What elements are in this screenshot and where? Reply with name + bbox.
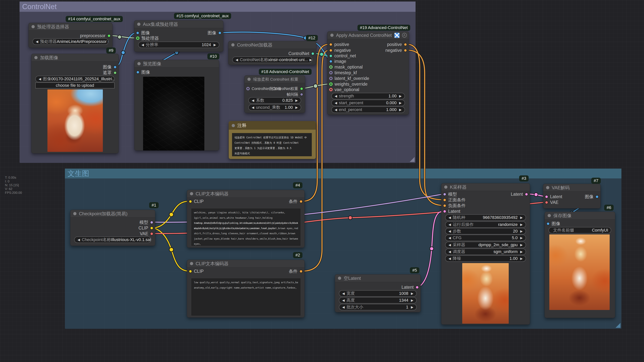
node-header[interactable]: 预览图像 xyxy=(134,60,219,68)
widget-batch-size[interactable]: ◀ 批次大小 1 ▶ xyxy=(339,304,417,310)
widget-controlnet-name[interactable]: ◀ ControlNet名称 xinsir-controlnet-uni... … xyxy=(232,57,312,63)
output-conditioning[interactable]: 条件 xyxy=(289,268,303,274)
port-ring-icon[interactable] xyxy=(329,88,333,91)
widget-strength[interactable]: ◀ strength 1.00 ▶ xyxy=(331,93,405,99)
output-negative[interactable]: negative xyxy=(386,48,407,53)
port-dot-icon[interactable] xyxy=(546,222,550,225)
output-vae[interactable]: VAE xyxy=(140,231,153,236)
widget-resolution[interactable]: ◀ 分辨率 1024 ▶ xyxy=(138,42,219,48)
node-soft-controlnet-weights[interactable]: 缩放柔和 ControlNet 权重 ControlNet附加组 Control… xyxy=(244,75,305,113)
input-negative[interactable]: negative xyxy=(329,48,351,53)
input-clip[interactable]: CLIP xyxy=(189,199,204,204)
node-header[interactable]: Checkpoint加载器(简易) xyxy=(70,210,155,218)
collapse-dot-icon[interactable] xyxy=(548,214,551,217)
arrow-right-icon[interactable]: ▶ xyxy=(410,291,415,295)
arrow-left-icon[interactable]: ◀ xyxy=(76,238,82,242)
input-control-net[interactable]: control_net xyxy=(329,53,356,59)
positive-prompt-text[interactable]: welchino, yanyo \(ogino atsuki\), kita \… xyxy=(192,209,300,246)
collapse-dot-icon[interactable] xyxy=(190,262,193,265)
port-ring-icon[interactable] xyxy=(329,82,333,86)
node-header[interactable]: 缩放柔和 ControlNet 权重 xyxy=(244,76,305,83)
output-weights[interactable]: ControlNet权重 xyxy=(272,86,303,92)
node-save-image[interactable]: 保存图像 图像 文件名前缀 ComfyUI xyxy=(544,212,615,318)
port-ring-icon[interactable] xyxy=(329,71,333,74)
arrow-right-icon[interactable]: ▶ xyxy=(519,236,524,240)
arrow-left-icon[interactable]: ◀ xyxy=(447,250,452,254)
node-empty-latent[interactable]: 空Latent Latent ◀ 宽度 1008 ▶ ◀ 高度 1344 ▶ ◀… xyxy=(335,274,421,312)
port-dot-icon[interactable] xyxy=(525,193,528,196)
arrow-right-icon[interactable]: ▶ xyxy=(519,257,524,261)
port-ring-icon[interactable] xyxy=(329,77,333,80)
node-preprocessor-selector[interactable]: 预处理器选择器 preprocessor ◀ 预处理器 AnimeLineArt… xyxy=(28,23,112,48)
port-dot-icon[interactable] xyxy=(150,226,153,230)
port-dot-icon[interactable] xyxy=(150,232,153,235)
port-dot-icon[interactable] xyxy=(136,31,139,35)
arrow-right-icon[interactable]: ▶ xyxy=(519,229,524,233)
collapse-dot-icon[interactable] xyxy=(330,34,334,37)
port-dot-icon[interactable] xyxy=(329,43,332,46)
arrow-right-icon[interactable]: ▶ xyxy=(519,250,524,254)
arrow-right-icon[interactable]: ▶ xyxy=(410,305,415,309)
widget-denoise[interactable]: ◀ 降噪 1.00 ▶ xyxy=(445,255,526,262)
port-dot-icon[interactable] xyxy=(114,71,117,74)
input-weights-override[interactable]: weights_override xyxy=(329,81,368,87)
input-image[interactable]: 图像 xyxy=(136,69,150,75)
port-dot-icon[interactable] xyxy=(300,200,303,203)
arrow-left-icon[interactable]: ◀ xyxy=(37,77,42,81)
node-clip-encode-negative[interactable]: CLIP文本编码器 CLIP 条件 low quality,worst qual… xyxy=(187,260,304,317)
port-dot-icon[interactable] xyxy=(136,71,140,74)
arrow-right-icon[interactable]: ▶ xyxy=(107,40,108,44)
arrow-left-icon[interactable]: ◀ xyxy=(333,94,338,98)
node-header[interactable]: ControlNet加载器 xyxy=(228,41,316,49)
output-conditioning[interactable]: 条件 xyxy=(289,199,303,204)
output-clip[interactable]: CLIP xyxy=(138,225,153,231)
node-preview-image[interactable]: 预览图像 图像 xyxy=(134,60,219,151)
widget-control-after-generate[interactable]: ◀ 运行后操作 randomize ▶ xyxy=(445,221,526,228)
port-dot-icon[interactable] xyxy=(189,270,192,273)
node-vae-decode[interactable]: VAE解码 Latent VAE 图像 xyxy=(543,184,600,208)
collapse-dot-icon[interactable] xyxy=(137,23,140,26)
arrow-right-icon[interactable]: ▶ xyxy=(398,108,403,112)
widget-filename-prefix[interactable]: 文件名前缀 ComfyUI xyxy=(548,227,611,233)
arrow-right-icon[interactable]: ▶ xyxy=(212,43,218,47)
node-header[interactable]: K采样器 xyxy=(441,183,530,191)
collapse-dot-icon[interactable] xyxy=(232,124,235,127)
input-positive[interactable]: positive xyxy=(329,42,349,47)
arrow-right-icon[interactable]: ▶ xyxy=(294,106,299,110)
input-latent[interactable]: Latent xyxy=(545,194,562,199)
collapse-dot-icon[interactable] xyxy=(338,277,341,280)
arrow-left-icon[interactable]: ◀ xyxy=(341,298,346,302)
port-dot-icon[interactable] xyxy=(300,270,303,273)
collapse-dot-icon[interactable] xyxy=(190,192,193,195)
arrow-right-icon[interactable]: ▶ xyxy=(308,58,312,62)
arrow-left-icon[interactable]: ◀ xyxy=(447,257,452,261)
port-dot-icon[interactable] xyxy=(443,210,446,213)
port-dot-icon[interactable] xyxy=(596,195,599,198)
port-dot-icon[interactable] xyxy=(329,49,332,52)
output-model[interactable]: 模型 xyxy=(140,219,153,225)
widget-cfg[interactable]: ◀ CFG 5.0 ▶ xyxy=(445,235,526,241)
widget-width[interactable]: ◀ 宽度 1008 ▶ xyxy=(339,290,417,297)
input-vae-optional[interactable]: vae_optional xyxy=(329,87,359,93)
node-header[interactable]: VAE解码 xyxy=(543,184,600,192)
port-dot-icon[interactable] xyxy=(416,286,419,289)
collapse-dot-icon[interactable] xyxy=(32,25,35,28)
widget-uncond-multiplier[interactable]: ◀ uncond_乘数 1.00 ▶ xyxy=(248,104,301,111)
arrow-left-icon[interactable]: ◀ xyxy=(333,108,338,112)
collapse-dot-icon[interactable] xyxy=(34,56,38,59)
output-positive[interactable]: positive xyxy=(387,42,407,47)
port-dot-icon[interactable] xyxy=(329,54,332,58)
port-dot-icon[interactable] xyxy=(150,221,153,224)
input-preprocessor[interactable]: 预处理器 xyxy=(136,35,159,41)
arrow-left-icon[interactable]: ◀ xyxy=(34,40,40,44)
input-latent[interactable]: Latent xyxy=(443,208,460,214)
collapse-dot-icon[interactable] xyxy=(248,78,251,81)
node-ksampler[interactable]: K采样器 模型 正面条件 负面条件 Latent Latent ◀ 随机种 96… xyxy=(441,183,530,325)
widget-steps[interactable]: ◀ 步数 20 ▶ xyxy=(445,228,526,234)
node-checkpoint-loader[interactable]: Checkpoint加载器(简易) 模型 CLIP VAE ◀ Checkpoi… xyxy=(70,210,155,246)
port-dot-icon[interactable] xyxy=(443,198,446,202)
arrow-left-icon[interactable]: ◀ xyxy=(341,305,346,309)
input-image[interactable]: image xyxy=(329,59,346,64)
port-dot-icon[interactable] xyxy=(443,193,446,196)
output-latent[interactable]: Latent xyxy=(402,284,419,290)
